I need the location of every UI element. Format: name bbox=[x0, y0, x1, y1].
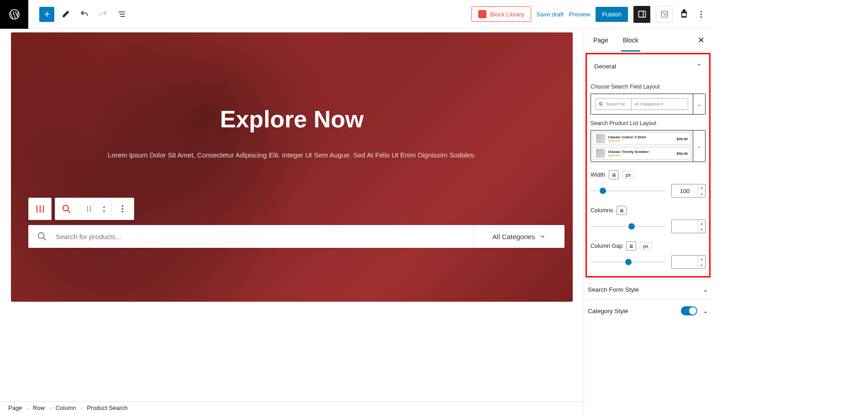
panel-search-form-style-toggle[interactable]: Search Form Style ⌄ bbox=[584, 279, 712, 299]
redo-icon[interactable] bbox=[95, 7, 110, 22]
desktop-icon[interactable]: 🖥 bbox=[626, 241, 636, 251]
unit-selector[interactable]: px bbox=[622, 171, 634, 179]
search-block-icon[interactable] bbox=[55, 198, 78, 220]
search-icon bbox=[28, 231, 56, 241]
width-label: Width bbox=[591, 172, 605, 178]
chevron-right-icon: › bbox=[81, 405, 83, 411]
publish-button[interactable]: Publish bbox=[596, 7, 628, 22]
top-toolbar: Block Library Save draft Preview Publish bbox=[0, 0, 712, 29]
list-item: Classic Cotton T-Shirt ★★★★★ $28.00 bbox=[593, 132, 691, 145]
save-draft-button[interactable]: Save draft bbox=[537, 11, 564, 18]
bag-icon bbox=[478, 10, 486, 18]
panel-category-style-toggle[interactable]: Category Style ⌄ bbox=[584, 300, 712, 322]
desktop-icon[interactable]: 🖥 bbox=[609, 170, 619, 179]
chevron-up-icon: ⌃ bbox=[696, 63, 702, 70]
hero-section: Explore Now Lorem Ipsum Dolor Sit Amet, … bbox=[11, 32, 573, 302]
drag-handle-icon[interactable] bbox=[78, 198, 100, 220]
styles-toggle-icon[interactable] bbox=[656, 6, 673, 23]
unit-selector[interactable]: px bbox=[640, 242, 652, 250]
svg-point-10 bbox=[89, 210, 90, 211]
hero-subtitle: Lorem Ipsum Dolor Sit Amet, Consectetur … bbox=[11, 151, 573, 159]
settings-sidebar: Page Block ✕ General ⌃ Choose Search Fie… bbox=[584, 29, 712, 414]
undo-icon[interactable] bbox=[77, 7, 92, 22]
move-arrows[interactable]: ▲▼ bbox=[100, 204, 111, 214]
preview-button[interactable]: Preview bbox=[569, 11, 590, 18]
svg-point-9 bbox=[87, 210, 88, 211]
list-layout-selector[interactable]: Classic Cotton T-Shirt ★★★★★ $28.00 Clas… bbox=[591, 130, 706, 162]
desktop-icon[interactable]: 🖥 bbox=[617, 206, 627, 215]
columns-block-icon[interactable] bbox=[29, 198, 51, 220]
block-toolbar: ▲▼ bbox=[28, 198, 134, 220]
svg-point-7 bbox=[87, 208, 88, 209]
svg-point-5 bbox=[87, 206, 88, 207]
block-library-label: Block Library bbox=[490, 11, 524, 18]
chevron-right-icon: › bbox=[26, 405, 28, 411]
breadcrumb-item[interactable]: Page bbox=[8, 404, 22, 411]
breadcrumb: Page › Row › Column › Product Search bbox=[0, 401, 584, 414]
svg-rect-1 bbox=[638, 11, 645, 17]
list-layout-label: Search Product List Layout bbox=[591, 120, 706, 126]
panel-general-toggle[interactable]: General ⌃ bbox=[591, 56, 706, 76]
svg-point-8 bbox=[89, 208, 90, 209]
chevron-down-icon bbox=[539, 233, 546, 240]
settings-sidebar-toggle[interactable] bbox=[633, 6, 650, 23]
hero-title: Explore Now bbox=[11, 105, 573, 133]
list-view-icon[interactable] bbox=[114, 7, 129, 22]
product-search-block[interactable]: All Categories bbox=[28, 225, 565, 248]
block-library-button[interactable]: Block Library bbox=[471, 6, 531, 22]
breadcrumb-item[interactable]: Column bbox=[56, 404, 76, 411]
columns-slider[interactable] bbox=[591, 225, 666, 227]
search-input[interactable] bbox=[56, 233, 473, 241]
width-slider[interactable] bbox=[591, 190, 666, 192]
tab-block[interactable]: Block bbox=[621, 29, 640, 51]
chevron-down-icon: ⌄ bbox=[693, 131, 705, 162]
svg-point-6 bbox=[89, 206, 90, 207]
breadcrumb-item[interactable]: Product Search bbox=[87, 404, 128, 411]
general-panel-highlight: General ⌃ Choose Search Field Layout Sea… bbox=[586, 53, 711, 278]
svg-point-4 bbox=[63, 205, 68, 211]
width-input[interactable]: 100 ▲▼ bbox=[671, 184, 706, 198]
close-sidebar-icon[interactable]: ✕ bbox=[698, 35, 705, 45]
columns-input[interactable]: ▲▼ bbox=[671, 220, 706, 233]
gap-input[interactable]: ▲▼ bbox=[671, 255, 706, 269]
edit-tool-icon[interactable] bbox=[58, 7, 73, 22]
choose-layout-label: Choose Search Field Layout bbox=[591, 84, 706, 90]
svg-rect-3 bbox=[682, 13, 686, 16]
category-dropdown[interactable]: All Categories bbox=[473, 225, 565, 248]
gap-label: Column Gap bbox=[591, 243, 622, 249]
gap-slider[interactable] bbox=[591, 261, 666, 263]
cart-icon[interactable] bbox=[678, 8, 690, 20]
chevron-down-icon: ⌄ bbox=[703, 307, 708, 314]
add-block-button[interactable] bbox=[39, 7, 54, 22]
svg-point-12 bbox=[600, 103, 602, 105]
block-more-icon[interactable] bbox=[111, 198, 134, 220]
breadcrumb-item[interactable]: Row bbox=[33, 404, 45, 411]
chevron-down-icon: ⌄ bbox=[703, 286, 708, 293]
wordpress-logo[interactable] bbox=[0, 0, 28, 29]
chevron-right-icon: › bbox=[49, 405, 51, 411]
tab-page[interactable]: Page bbox=[591, 29, 610, 51]
svg-point-11 bbox=[38, 233, 44, 239]
columns-label: Columns bbox=[591, 207, 613, 214]
search-layout-selector[interactable]: Search for... All Categories▾ ⌄ bbox=[591, 94, 706, 115]
category-style-toggle[interactable] bbox=[681, 306, 697, 315]
list-item: Classic Trendy Sneaker ★★★★★ $56.00 bbox=[593, 147, 691, 160]
more-options-icon[interactable] bbox=[695, 9, 706, 20]
chevron-down-icon: ⌄ bbox=[693, 94, 705, 114]
